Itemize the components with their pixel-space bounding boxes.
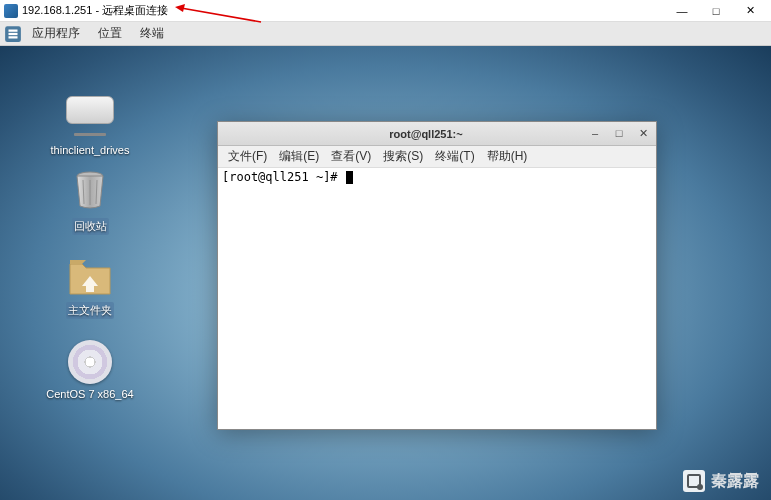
watermark: 秦露露 [683,470,759,492]
panel-menu-terminal[interactable]: 终端 [132,23,172,44]
svg-rect-3 [9,29,18,31]
wechat-icon [683,470,705,492]
trash-icon [66,170,114,214]
desktop-background[interactable]: thinclient_drives 回收站 [0,46,771,500]
rdp-icon [4,4,18,18]
desktop-icon-label: 主文件夹 [66,302,114,319]
terminal-menu-search[interactable]: 搜索(S) [377,146,429,167]
terminal-titlebar[interactable]: root@qll251:~ – □ ✕ [218,122,656,146]
close-button[interactable]: ✕ [733,1,767,21]
desktop-icon-home[interactable]: 主文件夹 [45,254,135,319]
linux-top-panel: 应用程序 位置 终端 [0,22,771,46]
svg-rect-4 [9,32,18,34]
rdp-window-title: 192.168.1.251 - 远程桌面连接 [22,3,665,18]
terminal-window: root@qll251:~ – □ ✕ 文件(F) 编辑(E) 查看(V) 搜索… [217,121,657,430]
terminal-menu-help[interactable]: 帮助(H) [481,146,534,167]
desktop-icon-disc[interactable]: CentOS 7 x86_64 [45,340,135,400]
terminal-cursor [346,171,353,184]
rdp-window-titlebar: 192.168.1.251 - 远程桌面连接 — □ ✕ [0,0,771,22]
minimize-button[interactable]: — [665,1,699,21]
drive-icon [66,96,114,124]
terminal-maximize-button[interactable]: □ [612,127,626,140]
panel-menu-applications[interactable]: 应用程序 [24,23,88,44]
terminal-body[interactable]: [root@qll251 ~]# [218,168,656,429]
panel-menu-places[interactable]: 位置 [90,23,130,44]
terminal-menu-terminal[interactable]: 终端(T) [429,146,480,167]
desktop-icon-label: thinclient_drives [45,144,135,156]
desktop-icon-label: 回收站 [72,218,109,235]
window-controls: — □ ✕ [665,1,767,21]
maximize-button[interactable]: □ [699,1,733,21]
terminal-menu-file[interactable]: 文件(F) [222,146,273,167]
desktop-icon-drive[interactable]: thinclient_drives [45,86,135,156]
desktop-icon-label: CentOS 7 x86_64 [45,388,135,400]
terminal-menubar: 文件(F) 编辑(E) 查看(V) 搜索(S) 终端(T) 帮助(H) [218,146,656,168]
terminal-menu-view[interactable]: 查看(V) [325,146,377,167]
terminal-window-title: root@qll251:~ [264,128,588,140]
watermark-text: 秦露露 [711,471,759,492]
disc-icon [68,340,112,384]
remote-desktop: 应用程序 位置 终端 thinclient_drives 回收站 [0,22,771,500]
terminal-prompt: [root@qll251 ~]# [222,170,345,184]
terminal-menu-edit[interactable]: 编辑(E) [273,146,325,167]
svg-rect-5 [9,36,18,38]
terminal-minimize-button[interactable]: – [588,127,602,140]
terminal-close-button[interactable]: ✕ [636,127,650,140]
system-menu-icon[interactable] [4,25,22,43]
desktop-icon-trash[interactable]: 回收站 [45,170,135,235]
folder-home-icon [66,254,114,298]
